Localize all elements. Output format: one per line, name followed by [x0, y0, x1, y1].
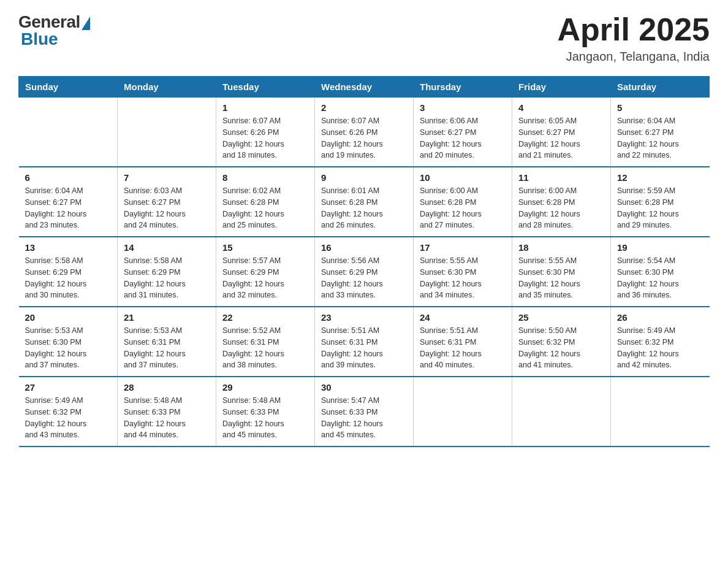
- calendar-week-row: 6Sunrise: 6:04 AM Sunset: 6:27 PM Daylig…: [19, 167, 710, 237]
- day-info: Sunrise: 6:06 AM Sunset: 6:27 PM Dayligh…: [420, 115, 506, 161]
- location-text: Jangaon, Telangana, India: [557, 50, 710, 64]
- table-row: 3Sunrise: 6:06 AM Sunset: 6:27 PM Daylig…: [414, 98, 512, 167]
- table-row: [19, 98, 118, 167]
- day-info: Sunrise: 6:00 AM Sunset: 6:28 PM Dayligh…: [518, 185, 604, 231]
- calendar-week-row: 1Sunrise: 6:07 AM Sunset: 6:26 PM Daylig…: [19, 98, 710, 167]
- day-number: 21: [124, 312, 210, 323]
- day-info: Sunrise: 6:02 AM Sunset: 6:28 PM Dayligh…: [222, 185, 308, 231]
- table-row: [118, 98, 216, 167]
- day-info: Sunrise: 6:03 AM Sunset: 6:27 PM Dayligh…: [124, 185, 210, 231]
- table-row: 27Sunrise: 5:49 AM Sunset: 6:32 PM Dayli…: [19, 377, 118, 446]
- day-number: 23: [321, 312, 407, 323]
- day-info: Sunrise: 5:55 AM Sunset: 6:30 PM Dayligh…: [518, 255, 604, 301]
- table-row: 7Sunrise: 6:03 AM Sunset: 6:27 PM Daylig…: [118, 167, 216, 237]
- col-tuesday: Tuesday: [216, 77, 315, 98]
- table-row: 13Sunrise: 5:58 AM Sunset: 6:29 PM Dayli…: [19, 237, 118, 307]
- day-info: Sunrise: 5:58 AM Sunset: 6:29 PM Dayligh…: [25, 255, 112, 301]
- day-number: 8: [222, 172, 308, 183]
- day-number: 22: [222, 312, 308, 323]
- day-number: 30: [321, 382, 407, 393]
- day-info: Sunrise: 6:00 AM Sunset: 6:28 PM Dayligh…: [420, 185, 506, 231]
- day-number: 3: [420, 102, 506, 113]
- col-wednesday: Wednesday: [315, 77, 414, 98]
- table-row: 11Sunrise: 6:00 AM Sunset: 6:28 PM Dayli…: [512, 167, 611, 237]
- calendar-header-row: Sunday Monday Tuesday Wednesday Thursday…: [19, 77, 710, 98]
- day-info: Sunrise: 6:05 AM Sunset: 6:27 PM Dayligh…: [518, 115, 604, 161]
- day-info: Sunrise: 5:58 AM Sunset: 6:29 PM Dayligh…: [124, 255, 210, 301]
- day-number: 13: [25, 242, 112, 253]
- day-info: Sunrise: 6:04 AM Sunset: 6:27 PM Dayligh…: [617, 115, 703, 161]
- table-row: 8Sunrise: 6:02 AM Sunset: 6:28 PM Daylig…: [216, 167, 315, 237]
- day-info: Sunrise: 5:56 AM Sunset: 6:29 PM Dayligh…: [321, 255, 407, 301]
- day-info: Sunrise: 5:57 AM Sunset: 6:29 PM Dayligh…: [222, 255, 308, 301]
- day-number: 6: [25, 172, 112, 183]
- day-number: 27: [25, 382, 112, 393]
- col-saturday: Saturday: [611, 77, 710, 98]
- logo-triangle-icon: [82, 17, 90, 30]
- day-number: 17: [420, 242, 506, 253]
- table-row: 22Sunrise: 5:52 AM Sunset: 6:31 PM Dayli…: [216, 307, 315, 377]
- day-number: 26: [617, 312, 703, 323]
- col-monday: Monday: [118, 77, 216, 98]
- calendar-week-row: 13Sunrise: 5:58 AM Sunset: 6:29 PM Dayli…: [19, 237, 710, 307]
- table-row: 14Sunrise: 5:58 AM Sunset: 6:29 PM Dayli…: [118, 237, 216, 307]
- table-row: 26Sunrise: 5:49 AM Sunset: 6:32 PM Dayli…: [611, 307, 710, 377]
- title-section: April 2025 Jangaon, Telangana, India: [557, 12, 710, 64]
- table-row: 29Sunrise: 5:48 AM Sunset: 6:33 PM Dayli…: [216, 377, 315, 446]
- table-row: [611, 377, 710, 446]
- table-row: 20Sunrise: 5:53 AM Sunset: 6:30 PM Dayli…: [19, 307, 118, 377]
- day-info: Sunrise: 5:52 AM Sunset: 6:31 PM Dayligh…: [222, 325, 308, 371]
- table-row: 18Sunrise: 5:55 AM Sunset: 6:30 PM Dayli…: [512, 237, 611, 307]
- table-row: 5Sunrise: 6:04 AM Sunset: 6:27 PM Daylig…: [611, 98, 710, 167]
- day-info: Sunrise: 6:07 AM Sunset: 6:26 PM Dayligh…: [321, 115, 407, 161]
- day-info: Sunrise: 5:51 AM Sunset: 6:31 PM Dayligh…: [321, 325, 407, 371]
- table-row: 2Sunrise: 6:07 AM Sunset: 6:26 PM Daylig…: [315, 98, 414, 167]
- table-row: 28Sunrise: 5:48 AM Sunset: 6:33 PM Dayli…: [118, 377, 216, 446]
- col-thursday: Thursday: [414, 77, 512, 98]
- day-info: Sunrise: 5:48 AM Sunset: 6:33 PM Dayligh…: [124, 395, 210, 441]
- calendar-week-row: 20Sunrise: 5:53 AM Sunset: 6:30 PM Dayli…: [19, 307, 710, 377]
- day-number: 7: [124, 172, 210, 183]
- day-number: 14: [124, 242, 210, 253]
- day-number: 9: [321, 172, 407, 183]
- day-number: 28: [124, 382, 210, 393]
- table-row: 21Sunrise: 5:53 AM Sunset: 6:31 PM Dayli…: [118, 307, 216, 377]
- page-header: General Blue April 2025 Jangaon, Telanga…: [18, 12, 710, 64]
- table-row: 12Sunrise: 5:59 AM Sunset: 6:28 PM Dayli…: [611, 167, 710, 237]
- table-row: [512, 377, 611, 446]
- table-row: 17Sunrise: 5:55 AM Sunset: 6:30 PM Dayli…: [414, 237, 512, 307]
- day-info: Sunrise: 5:47 AM Sunset: 6:33 PM Dayligh…: [321, 395, 407, 441]
- table-row: 4Sunrise: 6:05 AM Sunset: 6:27 PM Daylig…: [512, 98, 611, 167]
- day-info: Sunrise: 6:04 AM Sunset: 6:27 PM Dayligh…: [25, 185, 112, 231]
- table-row: 23Sunrise: 5:51 AM Sunset: 6:31 PM Dayli…: [315, 307, 414, 377]
- day-info: Sunrise: 5:49 AM Sunset: 6:32 PM Dayligh…: [25, 395, 112, 441]
- day-number: 15: [222, 242, 308, 253]
- day-info: Sunrise: 5:55 AM Sunset: 6:30 PM Dayligh…: [420, 255, 506, 301]
- day-info: Sunrise: 6:01 AM Sunset: 6:28 PM Dayligh…: [321, 185, 407, 231]
- day-number: 12: [617, 172, 703, 183]
- day-info: Sunrise: 6:07 AM Sunset: 6:26 PM Dayligh…: [222, 115, 308, 161]
- day-number: 25: [518, 312, 604, 323]
- day-info: Sunrise: 5:48 AM Sunset: 6:33 PM Dayligh…: [222, 395, 308, 441]
- day-number: 5: [617, 102, 703, 113]
- day-info: Sunrise: 5:59 AM Sunset: 6:28 PM Dayligh…: [617, 185, 703, 231]
- col-sunday: Sunday: [19, 77, 118, 98]
- table-row: 16Sunrise: 5:56 AM Sunset: 6:29 PM Dayli…: [315, 237, 414, 307]
- calendar-table: Sunday Monday Tuesday Wednesday Thursday…: [18, 76, 710, 447]
- month-year-title: April 2025: [557, 12, 710, 47]
- table-row: [414, 377, 512, 446]
- table-row: 10Sunrise: 6:00 AM Sunset: 6:28 PM Dayli…: [414, 167, 512, 237]
- col-friday: Friday: [512, 77, 611, 98]
- table-row: 15Sunrise: 5:57 AM Sunset: 6:29 PM Dayli…: [216, 237, 315, 307]
- logo-blue-text: Blue: [18, 29, 58, 49]
- table-row: 6Sunrise: 6:04 AM Sunset: 6:27 PM Daylig…: [19, 167, 118, 237]
- day-info: Sunrise: 5:51 AM Sunset: 6:31 PM Dayligh…: [420, 325, 506, 371]
- day-number: 29: [222, 382, 308, 393]
- day-info: Sunrise: 5:53 AM Sunset: 6:30 PM Dayligh…: [25, 325, 112, 371]
- day-info: Sunrise: 5:49 AM Sunset: 6:32 PM Dayligh…: [617, 325, 703, 371]
- day-number: 24: [420, 312, 506, 323]
- table-row: 30Sunrise: 5:47 AM Sunset: 6:33 PM Dayli…: [315, 377, 414, 446]
- day-info: Sunrise: 5:50 AM Sunset: 6:32 PM Dayligh…: [518, 325, 604, 371]
- day-number: 2: [321, 102, 407, 113]
- logo: General Blue: [18, 12, 90, 49]
